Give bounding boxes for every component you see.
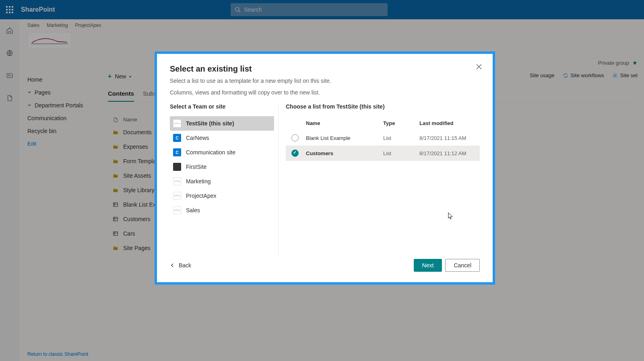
picker-header-name: Name (306, 120, 383, 126)
site-item[interactable]: CCommunication site (170, 145, 274, 160)
site-thumb (173, 119, 181, 127)
dialog-title: Select an existing list (170, 64, 480, 74)
site-item[interactable]: FirstSite (170, 160, 274, 174)
site-thumb: C (173, 148, 181, 156)
site-item[interactable]: Sales (170, 203, 274, 217)
radio-icon[interactable] (291, 150, 299, 157)
left-section-heading: Select a Team or site (170, 103, 274, 110)
picker-name: Blank List Example (306, 135, 383, 141)
site-item-label: Sales (186, 207, 200, 213)
site-thumb (173, 163, 181, 171)
picker-modified: 8/17/2021 11:12 AM (419, 150, 480, 156)
close-icon (476, 64, 482, 70)
site-item-label: Marketing (186, 178, 211, 185)
dialog-subtitle-1: Select a list to use as a template for a… (170, 77, 480, 85)
cancel-button[interactable]: Cancel (445, 259, 480, 272)
picker-header-type: Type (383, 120, 419, 126)
picker-type: List (383, 150, 419, 156)
select-list-dialog: Select an existing list Select a list to… (155, 51, 495, 285)
site-item[interactable]: CCarNews (170, 131, 274, 145)
picker-header-modified: Last modified (419, 120, 480, 126)
dialog-subtitle-2: Columns, views and formatting will copy … (170, 88, 480, 97)
site-thumb: C (173, 134, 181, 142)
site-thumb (173, 206, 181, 214)
back-button[interactable]: Back (170, 262, 191, 269)
site-thumb (173, 192, 181, 200)
picker-row[interactable]: CustomersList8/17/2021 11:12 AM (286, 146, 480, 161)
site-item[interactable]: Marketing (170, 174, 274, 189)
right-section-heading: Choose a list from TestSite (this site) (286, 103, 480, 110)
close-button[interactable] (473, 61, 485, 72)
picker-modified: 8/17/2021 11:15 AM (419, 135, 480, 141)
picker-name: Customers (306, 150, 383, 156)
site-thumb (173, 177, 181, 185)
site-item-label: ProjectApex (186, 193, 216, 199)
back-label: Back (179, 262, 191, 269)
next-button[interactable]: Next (414, 259, 442, 272)
radio-icon[interactable] (291, 134, 299, 142)
site-item-label: TestSite (this site) (186, 120, 234, 127)
site-item[interactable]: ProjectApex (170, 189, 274, 203)
chevron-left-icon (170, 263, 175, 268)
picker-type: List (383, 135, 419, 141)
picker-row[interactable]: Blank List ExampleList8/17/2021 11:15 AM (286, 130, 480, 146)
site-item[interactable]: TestSite (this site) (170, 116, 274, 131)
site-item-label: CarNews (186, 135, 209, 141)
site-item-label: FirstSite (186, 164, 206, 170)
site-item-label: Communication site (186, 149, 235, 156)
